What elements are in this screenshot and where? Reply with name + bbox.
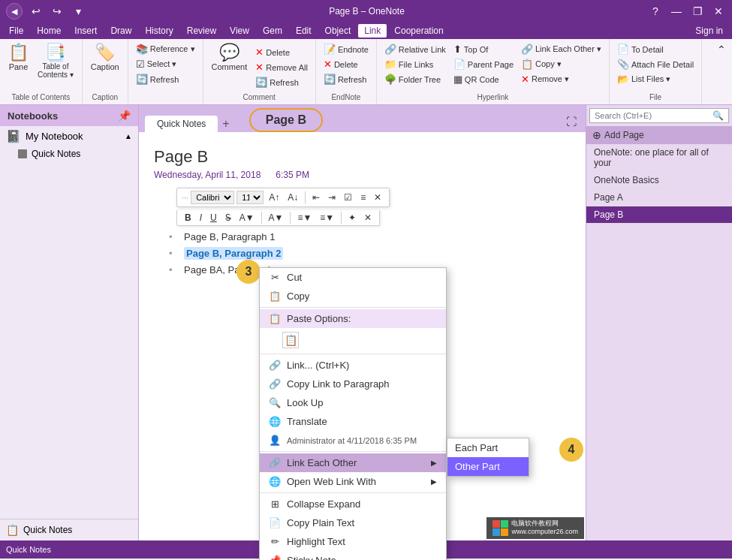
help-button[interactable]: ?	[648, 4, 663, 19]
menu-review[interactable]: Review	[181, 24, 222, 38]
page-list-item-0[interactable]: OneNote: one place for all of your	[586, 144, 732, 172]
page-list-item-2[interactable]: Page A	[586, 189, 732, 206]
ctx-cut[interactable]: ✂ Cut	[260, 268, 446, 287]
para-item-2[interactable]: • Page B, Paragraph 2	[169, 245, 571, 262]
ribbon-btn-comment[interactable]: 💬 Comment	[208, 42, 252, 74]
indent-dec-button[interactable]: ⇤	[309, 191, 323, 203]
ribbon-btn-toc[interactable]: 📑 Table ofContents ▾	[34, 42, 77, 81]
ribbon-btn-delete1[interactable]: ✕ Delete	[252, 45, 311, 59]
numbering-button[interactable]: ≡▼	[317, 212, 337, 224]
italic-button[interactable]: I	[197, 212, 205, 224]
ribbon-btn-select[interactable]: ☑ Select ▾	[133, 57, 198, 71]
ribbon-collapse-btn[interactable]: ⌃	[714, 42, 729, 57]
sidebar-item-mynotebook[interactable]: 📓 My Notebook ▲	[0, 126, 138, 146]
menu-link[interactable]: Link	[358, 24, 387, 38]
add-tab-button[interactable]: +	[219, 117, 232, 131]
toolbar-drag: ···	[182, 193, 188, 202]
ctx-copyplain[interactable]: 📄 Copy Plain Text	[260, 513, 446, 532]
restore-button[interactable]: ❐	[690, 4, 705, 19]
more-button[interactable]: ≡	[357, 191, 369, 203]
ribbon-btn-linkeachother[interactable]: 🔗 Link Each Other ▾	[518, 42, 604, 56]
copy2-icon: 📋	[521, 59, 533, 70]
underline-button[interactable]: U	[207, 212, 220, 224]
ctx-translate[interactable]: 🌐 Translate	[260, 412, 446, 431]
sidebar-item-quicknotes-bottom[interactable]: 📋 Quick Notes	[0, 519, 138, 540]
ctx-highlight[interactable]: ✏ Highlight Text	[260, 532, 446, 551]
menu-history[interactable]: History	[139, 24, 179, 38]
ribbon-btn-todetail[interactable]: 📄 To Detail	[614, 42, 697, 56]
ribbon-btn-pane[interactable]: 📋 Pane	[5, 42, 32, 74]
ctx-link[interactable]: 🔗 Link... (Ctrl+K)	[260, 356, 446, 375]
ribbon-btn-listfiles[interactable]: 📂 List Files ▾	[614, 72, 697, 86]
menu-cooperation[interactable]: Cooperation	[388, 24, 449, 38]
ctx-paste-icon-row[interactable]: 📋	[260, 328, 446, 352]
menu-home[interactable]: Home	[31, 24, 67, 38]
pin-icon[interactable]: 📌	[118, 110, 131, 122]
back-button[interactable]: ◀	[6, 3, 23, 20]
close-toolbar-button[interactable]: ✕	[371, 191, 384, 203]
sidebar-item-quicknotes[interactable]: Quick Notes	[0, 146, 138, 161]
close-format-button[interactable]: ✕	[361, 212, 375, 224]
ribbon-btn-reference[interactable]: 📚 Reference ▾	[133, 42, 198, 56]
menu-file[interactable]: File	[3, 24, 29, 38]
ribbon-btn-delete2[interactable]: ✕ Delete	[321, 57, 372, 71]
font-shrink-button[interactable]: A↓	[285, 191, 301, 203]
menu-object[interactable]: Object	[319, 24, 357, 38]
ribbon-btn-filelinks[interactable]: 📁 File Links	[381, 57, 449, 71]
ctx-openweblink[interactable]: 🌐 Open Web Link With ▶	[260, 472, 446, 491]
tab-quicknotes[interactable]: Quick Notes	[145, 116, 218, 132]
indent-inc-button[interactable]: ⇥	[325, 191, 339, 203]
checkbox-button[interactable]: ☑	[341, 191, 355, 203]
submenu-otherpart[interactable]: Other Part	[447, 457, 529, 476]
page-list-item-3[interactable]: Page B	[586, 206, 732, 224]
menu-gem[interactable]: Gem	[257, 24, 288, 38]
ctx-linkeachother[interactable]: 🔗 Link Each Other ▶	[260, 453, 446, 472]
ctx-lookup[interactable]: 🔍 Look Up	[260, 393, 446, 412]
ribbon-btn-refresh3[interactable]: 🔄 Refresh	[321, 72, 372, 86]
ctx-copylinkpara[interactable]: 🔗 Copy Link to Paragraph	[260, 375, 446, 393]
search-icon[interactable]: 🔍	[712, 110, 724, 121]
highlight-button[interactable]: A▼	[236, 212, 258, 224]
search-input[interactable]	[595, 111, 712, 120]
font-select[interactable]: Calibri	[191, 191, 234, 204]
menu-insert[interactable]: Insert	[68, 24, 103, 38]
ribbon-btn-copy2[interactable]: 📋 Copy ▾	[518, 57, 604, 71]
ctx-collapse[interactable]: ⊞ Collapse Expand	[260, 495, 446, 513]
minimize-button[interactable]: —	[669, 4, 684, 19]
ribbon-btn-rellink[interactable]: 🔗 Relative Link	[381, 42, 449, 56]
menu-signin[interactable]: Sign in	[689, 24, 729, 38]
customize-button[interactable]: ▾	[71, 4, 86, 19]
bold-button[interactable]: B	[182, 212, 194, 224]
add-page-button[interactable]: ⊕ Add Page	[586, 126, 732, 144]
clear-format-button[interactable]: ✦	[345, 212, 359, 224]
menu-draw[interactable]: Draw	[104, 24, 137, 38]
ribbon-btn-removeall[interactable]: ✕ Remove All	[252, 60, 311, 74]
ribbon-btn-foldertree[interactable]: 🌳 Folder Tree	[381, 72, 449, 86]
ribbon-btn-refresh2[interactable]: 🔄 Refresh	[252, 75, 311, 89]
menu-edit[interactable]: Edit	[290, 24, 318, 38]
ctx-copy[interactable]: 📋 Copy	[260, 287, 446, 306]
undo-button[interactable]: ↩	[29, 4, 44, 19]
expand-content-button[interactable]: ⛶	[563, 114, 580, 129]
close-button[interactable]: ✕	[711, 4, 726, 19]
menu-view[interactable]: View	[224, 24, 255, 38]
ribbon-btn-topof[interactable]: ⬆ Top Of	[450, 42, 517, 56]
strikethrough-button[interactable]: S̶	[222, 212, 234, 224]
ribbon-btn-refresh1[interactable]: 🔄 Refresh	[133, 72, 198, 86]
ctx-stickynote[interactable]: 📌 Sticky Note	[260, 551, 446, 560]
ribbon-btn-qrcode[interactable]: ▦ QR Code	[450, 72, 517, 86]
ribbon-btn-attachfiledetail[interactable]: 📎 Attach File Detail	[614, 57, 697, 71]
para-item-1[interactable]: • Page B, Paragraph 1	[169, 229, 571, 245]
bullets-button[interactable]: ≡▼	[294, 212, 315, 224]
ribbon-btn-parentpage[interactable]: 📄 Parent Page	[450, 57, 517, 71]
fontcolor-button[interactable]: A▼	[266, 212, 287, 224]
ribbon-btn-endnote[interactable]: 📝 Endnote	[321, 42, 372, 56]
ribbon-btn-caption[interactable]: 🏷️ Caption	[87, 42, 123, 74]
ribbon-group-file: 📄 To Detail 📎 Attach File Detail 📂 List …	[610, 39, 702, 104]
font-grow-button[interactable]: A↑	[266, 191, 282, 203]
page-list-item-1[interactable]: OneNote Basics	[586, 172, 732, 189]
size-select[interactable]: 11	[236, 191, 264, 204]
ribbon-btn-remove2[interactable]: ✕ Remove ▾	[518, 72, 604, 86]
submenu-eachpart[interactable]: Each Part	[447, 438, 529, 457]
redo-button[interactable]: ↪	[50, 4, 65, 19]
